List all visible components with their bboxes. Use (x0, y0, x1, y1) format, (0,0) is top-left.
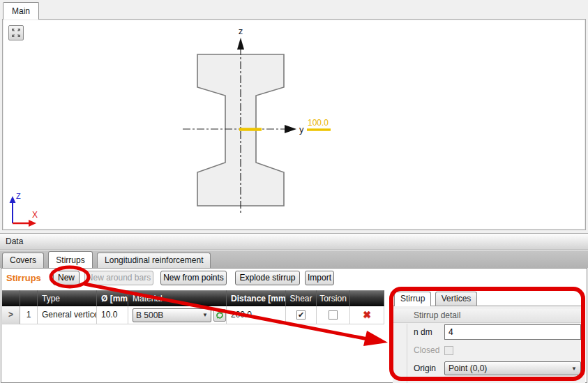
drawing-canvas[interactable]: z y 100.0 Z X (2, 19, 586, 230)
header-selector (2, 290, 20, 306)
chevron-down-icon: ▼ (571, 366, 577, 372)
table-row[interactable]: > 1 General vertices 10.0 B 500B ▼ (2, 306, 385, 324)
row-distance[interactable]: 200.0 (227, 306, 286, 324)
closed-label: Closed (414, 345, 444, 355)
origin-label: Origin (414, 363, 444, 373)
ndm-label: n dm (414, 327, 444, 337)
tab-longitudinal-reinforcement[interactable]: Longitudinal reinforcement (97, 253, 211, 268)
row-diameter[interactable]: 10.0 (97, 306, 128, 324)
tab-stirrup[interactable]: Stirrup (394, 292, 431, 306)
section-drawing: z y 100.0 Z X (3, 20, 585, 230)
fit-view-icon (11, 28, 21, 38)
row-index: 1 (20, 306, 38, 324)
row-shear-cell: ✔ (286, 306, 317, 324)
row-torsion-cell (317, 306, 350, 324)
header-diameter: Ø [mm] (97, 290, 128, 306)
detail-body: Stirrup detail n dm Closed Origin Point … (393, 306, 585, 383)
triad-z-label: Z (16, 192, 21, 200)
material-dropdown[interactable]: B 500B ▼ (133, 308, 211, 322)
header-material: Material (128, 290, 227, 306)
ndm-input[interactable] (444, 324, 581, 340)
row-material-cell: B 500B ▼ (128, 306, 227, 324)
stirrups-pane: Stirrups New New around bars New from po… (1, 268, 587, 383)
header-distance: Distance [mm] (227, 290, 286, 306)
triad-x-label: X (32, 210, 38, 220)
row-type: General vertices (38, 306, 97, 324)
stirrups-section-label: Stirrups (6, 273, 41, 283)
detail-tabstrip: Stirrup Vertices (393, 292, 585, 306)
y-axis-arrowhead (285, 125, 296, 133)
torsion-checkbox[interactable] (329, 310, 338, 320)
zoom-extents-button[interactable] (8, 25, 24, 40)
z-axis-label: z (239, 26, 243, 36)
z-axis-arrowhead (237, 38, 244, 50)
dimension-label: 100.0 (308, 118, 329, 128)
origin-value: Point (0,0) (448, 363, 487, 373)
header-torsion: Torsion (317, 290, 350, 306)
new-button[interactable]: New (53, 271, 80, 285)
edit-material-button[interactable] (213, 309, 226, 322)
row-selector[interactable]: > (2, 306, 20, 324)
material-value: B 500B (136, 309, 163, 322)
table-header-row: Type Ø [mm] Material Distance [mm] Shear… (2, 290, 385, 306)
new-from-points-button[interactable]: New from points (160, 271, 227, 285)
refresh-icon (216, 311, 224, 320)
explode-stirrup-button[interactable]: Explode stirrup (235, 271, 300, 285)
row-delete-cell: ✖ (350, 306, 384, 324)
closed-checkbox (444, 346, 453, 355)
delete-icon[interactable]: ✖ (363, 306, 371, 324)
tab-main[interactable]: Main (3, 2, 39, 20)
tab-stirrups[interactable]: Stirrups (48, 251, 92, 268)
header-index (20, 290, 38, 306)
data-panel-title: Data (0, 233, 588, 250)
detail-gutter-line (407, 324, 407, 383)
origin-dropdown[interactable]: Point (0,0) ▼ (444, 361, 581, 375)
detail-group-title: Stirrup detail (393, 309, 585, 323)
closed-row: Closed (393, 341, 585, 359)
header-shear: Shear (286, 290, 317, 306)
new-around-bars-button[interactable]: New around bars (84, 271, 153, 285)
tab-covers[interactable]: Covers (2, 253, 44, 268)
ndm-row: n dm (393, 323, 585, 341)
origin-row: Origin Point (0,0) ▼ (393, 359, 585, 377)
chevron-down-icon: ▼ (202, 309, 208, 322)
stirrup-detail-panel: Stirrup Vertices Stirrup detail n dm Clo… (393, 292, 585, 383)
data-tabstrip: Covers Stirrups Longitudinal reinforceme… (0, 250, 588, 268)
shear-checkbox[interactable]: ✔ (296, 310, 306, 320)
header-actions (350, 290, 384, 306)
header-type: Type (38, 290, 97, 306)
origin-triad: Z X (10, 192, 38, 227)
stirrups-table: Type Ø [mm] Material Distance [mm] Shear… (2, 290, 385, 324)
import-button[interactable]: Import (305, 271, 334, 285)
y-axis-label: y (299, 124, 304, 135)
tab-vertices[interactable]: Vertices (435, 292, 478, 306)
